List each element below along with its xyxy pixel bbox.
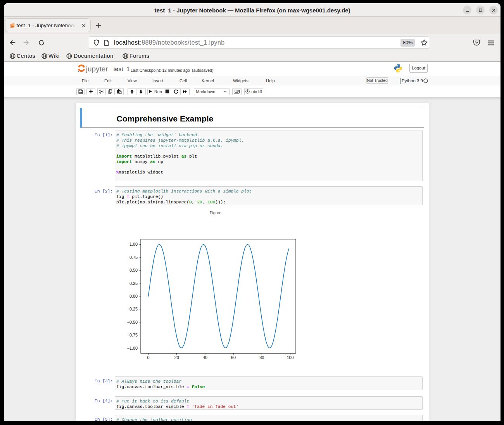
svg-text:0.00: 0.00 xyxy=(129,294,138,298)
svg-text:−0.75: −0.75 xyxy=(127,333,137,337)
svg-text:0.25: 0.25 xyxy=(129,281,138,286)
svg-text:−0.25: −0.25 xyxy=(127,307,137,312)
svg-text:40: 40 xyxy=(203,355,207,360)
svg-text:0.50: 0.50 xyxy=(129,268,138,272)
svg-text:−0.50: −0.50 xyxy=(127,320,137,324)
svg-text:60: 60 xyxy=(231,355,236,360)
svg-text:−1.00: −1.00 xyxy=(127,346,137,350)
svg-text:20: 20 xyxy=(174,355,179,360)
svg-text:0.75: 0.75 xyxy=(129,255,138,260)
svg-text:1.00: 1.00 xyxy=(129,242,138,247)
svg-text:0: 0 xyxy=(147,355,149,360)
svg-text:80: 80 xyxy=(259,355,264,360)
svg-text:100: 100 xyxy=(287,355,293,360)
